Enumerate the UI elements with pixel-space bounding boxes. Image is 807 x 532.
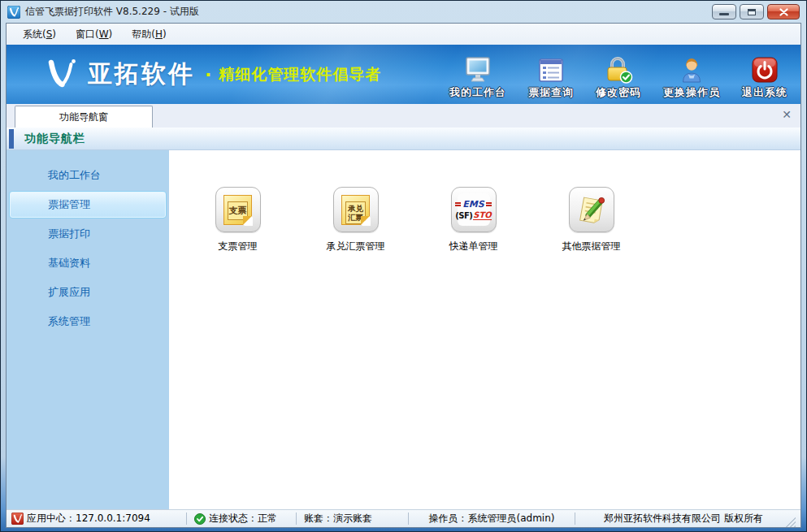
brand-banner: 亚拓软件 · 精细化管理软件倡导者 我的工作台 — [7, 45, 800, 104]
app-other-bill-management[interactable]: 其他票据管理 — [532, 187, 650, 253]
minimize-icon — [719, 13, 729, 15]
restore-icon — [748, 9, 756, 15]
window-content: 系统(S) 窗口(W) 帮助(H) 亚拓软件 · 精细化管理软件倡导者 — [6, 23, 801, 528]
status-operator: 操作员：系统管理员(admin) — [416, 512, 567, 526]
check-note-icon: 支票 — [223, 195, 252, 225]
sidebar-item-system-management[interactable]: 系统管理 — [9, 308, 167, 335]
sidebar: 我的工作台 票据管理 票据打印 基础资料 扩展应用 系统管理 — [7, 150, 169, 509]
brand-block: 亚拓软件 · 精细化管理软件倡导者 — [42, 56, 381, 93]
minimize-button[interactable] — [712, 4, 736, 19]
pencil-note-icon — [575, 192, 609, 227]
power-icon — [751, 54, 779, 84]
window-title: 信管飞票据打印软件 V8.5.229 - 试用版 — [25, 5, 199, 19]
acceptance-note-icon: 承兑汇票 — [341, 195, 370, 225]
app-logo-icon — [7, 6, 20, 19]
status-copyright: 郑州亚拓软件科技有限公司 版权所有 — [583, 512, 784, 526]
restore-button[interactable] — [740, 4, 764, 19]
main-panel: 支票 支票管理 承兑汇票 承兑汇票管理 — [169, 150, 800, 509]
express-logos-icon: EMS (SF)STO — [458, 193, 490, 226]
user-icon — [678, 54, 705, 84]
tab-close-icon[interactable]: ✕ — [780, 108, 793, 121]
toolbar-my-workbench[interactable]: 我的工作台 — [449, 54, 506, 100]
sidebar-item-bill-management[interactable]: 票据管理 — [9, 191, 167, 218]
resize-grip[interactable] — [786, 517, 796, 527]
sidebar-item-bill-printing[interactable]: 票据打印 — [9, 220, 167, 248]
brand-separator: · — [205, 64, 211, 84]
toolbar-bill-query[interactable]: 票据查询 — [528, 54, 574, 100]
body: 我的工作台 票据管理 票据打印 基础资料 扩展应用 系统管理 支票 支票管理 — [7, 150, 800, 509]
menu-help[interactable]: 帮助(H) — [122, 24, 176, 45]
top-toolbar: 我的工作台 票据查询 — [449, 54, 787, 100]
document-list-icon — [537, 54, 565, 84]
sidebar-item-extended-apps[interactable]: 扩展应用 — [9, 279, 167, 306]
section-title: 功能导航栏 — [24, 132, 85, 146]
close-icon — [779, 8, 788, 16]
status-account-set: 账套：演示账套 — [304, 512, 372, 526]
brand-logo-icon — [42, 56, 80, 93]
app-express-order-management[interactable]: EMS (SF)STO 快递单管理 — [414, 187, 532, 253]
brand-name: 亚拓软件 — [88, 58, 195, 91]
tab-function-navigator[interactable]: 功能导航窗 — [15, 106, 153, 128]
statusbar: 应用中心：127.0.0.1:7094 连接状态：正常 账套：演示账套 操作员：… — [7, 509, 800, 527]
connection-ok-icon — [194, 513, 206, 525]
toolbar-change-password[interactable]: 修改密码 — [596, 54, 641, 100]
status-connection: 连接状态：正常 — [194, 512, 289, 526]
toolbar-exit-system[interactable]: 退出系统 — [742, 54, 787, 100]
menu-system[interactable]: 系统(S) — [13, 24, 66, 45]
app-acceptance-bill-management[interactable]: 承兑汇票 承兑汇票管理 — [297, 187, 414, 253]
toolbar-change-operator[interactable]: 更换操作员 — [663, 54, 720, 100]
titlebar: 信管飞票据打印软件 V8.5.229 - 试用版 — [1, 1, 806, 23]
app-check-management[interactable]: 支票 支票管理 — [179, 187, 297, 253]
accent-bar — [9, 129, 14, 149]
monitor-icon — [463, 54, 492, 84]
window-controls — [712, 4, 800, 19]
status-app-center: 应用中心：127.0.0.1:7094 — [11, 512, 179, 526]
menu-window[interactable]: 窗口(W) — [66, 24, 122, 45]
sidebar-item-my-workbench[interactable]: 我的工作台 — [9, 162, 167, 189]
lock-check-icon — [604, 54, 633, 84]
section-header: 功能导航栏 — [7, 128, 800, 150]
app-window: 信管飞票据打印软件 V8.5.229 - 试用版 系统(S) 窗口(W) 帮助(… — [0, 0, 807, 532]
sidebar-item-basic-data[interactable]: 基础资料 — [9, 249, 167, 277]
app-center-logo-icon — [11, 513, 24, 525]
tabstrip: 功能导航窗 ✕ — [7, 104, 800, 128]
brand-slogan: 精细化管理软件倡导者 — [219, 64, 381, 85]
menubar: 系统(S) 窗口(W) 帮助(H) — [7, 24, 800, 45]
close-button[interactable] — [767, 4, 800, 19]
